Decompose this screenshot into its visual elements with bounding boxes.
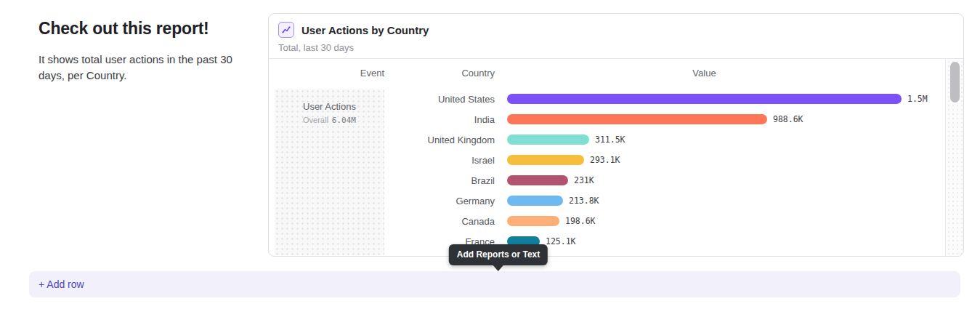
report-card-body: Event Country Value User Actions Overall… [269, 60, 963, 256]
value-label: 1.5M [907, 94, 928, 104]
value-bar[interactable] [507, 216, 559, 226]
value-bar[interactable] [507, 114, 767, 124]
report-subtitle: Total, last 30 days [278, 42, 954, 53]
country-label: Brazil [269, 175, 495, 186]
bar-wrap: 213.8K [507, 196, 599, 206]
bar-wrap: 988.6K [507, 114, 803, 124]
chart-rows: United States1.5MIndia988.6KUnited Kingd… [269, 89, 945, 252]
column-header-value: Value [507, 68, 902, 79]
value-label: 125.1K [546, 236, 576, 246]
table-row: France125.1K [269, 231, 945, 252]
value-bar[interactable] [507, 155, 584, 165]
value-bar[interactable] [507, 175, 568, 185]
bar-wrap: 198.6K [507, 216, 596, 226]
page-description: It shows total user actions in the past … [39, 52, 235, 84]
bar-wrap: 1.5M [507, 94, 928, 104]
country-label: India [269, 114, 495, 125]
bar-wrap: 311.5K [507, 135, 625, 145]
table-row: India988.6K [269, 109, 945, 129]
table-row: Brazil231K [269, 170, 945, 190]
value-bar[interactable] [507, 94, 902, 104]
table-row: United States1.5M [269, 89, 945, 109]
country-label: Israel [269, 155, 495, 166]
country-label: Germany [269, 196, 495, 206]
column-header-country: Country [384, 68, 495, 79]
table-row: Germany213.8K [269, 190, 945, 211]
bar-wrap: 293.1K [507, 155, 620, 165]
value-label: 311.5K [595, 135, 625, 145]
value-bar[interactable] [507, 135, 589, 145]
table-row: Canada198.6K [269, 211, 945, 231]
value-label: 213.8K [569, 196, 599, 206]
report-card-header: User Actions by Country Total, last 30 d… [269, 14, 963, 59]
value-label: 198.6K [565, 216, 596, 226]
value-bar[interactable] [507, 196, 563, 206]
country-label: United Kingdom [269, 135, 495, 145]
table-row: Israel293.1K [269, 150, 945, 170]
page-title: Check out this report! [39, 19, 235, 39]
report-table: Event Country Value User Actions Overall… [269, 60, 946, 256]
scrollbar-track[interactable] [947, 60, 963, 256]
add-row-button[interactable]: + Add row [29, 271, 960, 297]
table-row: United Kingdom311.5K [269, 129, 945, 150]
page: { "page": { "heading": "Check out this r… [0, 0, 980, 317]
value-label: 231K [574, 175, 594, 185]
country-label: United States [269, 94, 495, 105]
value-label: 293.1K [590, 155, 620, 165]
scrollbar-thumb[interactable] [950, 62, 960, 103]
intro-block: Check out this report! It shows total us… [39, 19, 235, 84]
line-chart-icon [278, 22, 294, 38]
bar-wrap: 231K [507, 175, 594, 185]
value-label: 988.6K [773, 114, 803, 124]
country-label: Canada [269, 216, 495, 227]
column-header-event: Event [275, 68, 384, 79]
add-reports-tooltip: Add Reports or Text [449, 244, 548, 265]
report-card: User Actions by Country Total, last 30 d… [268, 13, 964, 257]
add-row-label: + Add row [39, 278, 84, 290]
report-title: User Actions by Country [301, 24, 429, 36]
